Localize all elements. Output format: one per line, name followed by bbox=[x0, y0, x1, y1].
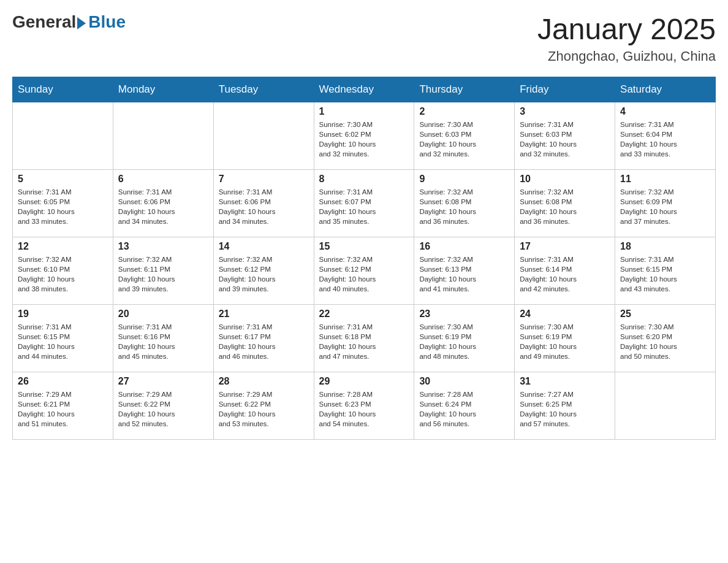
calendar-week-2: 5Sunrise: 7:31 AM Sunset: 6:05 PM Daylig… bbox=[13, 170, 716, 237]
day-number: 24 bbox=[520, 308, 610, 320]
calendar-cell: 2Sunrise: 7:30 AM Sunset: 6:03 PM Daylig… bbox=[414, 102, 515, 170]
calendar-table: SundayMondayTuesdayWednesdayThursdayFrid… bbox=[12, 77, 716, 440]
day-info: Sunrise: 7:31 AM Sunset: 6:14 PM Dayligh… bbox=[520, 255, 610, 294]
day-info: Sunrise: 7:29 AM Sunset: 6:22 PM Dayligh… bbox=[118, 389, 208, 429]
day-info: Sunrise: 7:31 AM Sunset: 6:15 PM Dayligh… bbox=[18, 322, 108, 361]
calendar-cell: 19Sunrise: 7:31 AM Sunset: 6:15 PM Dayli… bbox=[13, 305, 113, 372]
calendar-cell: 17Sunrise: 7:31 AM Sunset: 6:14 PM Dayli… bbox=[515, 237, 615, 305]
calendar-header-saturday: Saturday bbox=[615, 77, 716, 102]
day-number: 14 bbox=[219, 241, 309, 252]
calendar-header-monday: Monday bbox=[113, 77, 213, 102]
day-number: 26 bbox=[18, 376, 108, 387]
day-info: Sunrise: 7:30 AM Sunset: 6:19 PM Dayligh… bbox=[419, 322, 509, 361]
day-info: Sunrise: 7:28 AM Sunset: 6:23 PM Dayligh… bbox=[319, 389, 409, 429]
day-number: 9 bbox=[419, 174, 509, 185]
calendar-cell: 28Sunrise: 7:29 AM Sunset: 6:22 PM Dayli… bbox=[213, 372, 314, 440]
calendar-cell: 6Sunrise: 7:31 AM Sunset: 6:06 PM Daylig… bbox=[113, 170, 213, 237]
day-number: 13 bbox=[118, 241, 208, 252]
calendar-cell bbox=[615, 372, 716, 440]
calendar-week-3: 12Sunrise: 7:32 AM Sunset: 6:10 PM Dayli… bbox=[13, 237, 716, 305]
calendar-header-row: SundayMondayTuesdayWednesdayThursdayFrid… bbox=[13, 77, 716, 102]
location: Zhongchao, Guizhou, China bbox=[537, 48, 716, 64]
day-info: Sunrise: 7:29 AM Sunset: 6:22 PM Dayligh… bbox=[219, 389, 309, 429]
calendar-header-tuesday: Tuesday bbox=[213, 77, 314, 102]
calendar-cell: 8Sunrise: 7:31 AM Sunset: 6:07 PM Daylig… bbox=[314, 170, 414, 237]
day-info: Sunrise: 7:31 AM Sunset: 6:06 PM Dayligh… bbox=[118, 187, 208, 226]
logo-general-text: General bbox=[12, 12, 76, 32]
day-info: Sunrise: 7:27 AM Sunset: 6:25 PM Dayligh… bbox=[520, 389, 610, 429]
day-info: Sunrise: 7:31 AM Sunset: 6:04 PM Dayligh… bbox=[620, 120, 710, 159]
calendar-cell: 15Sunrise: 7:32 AM Sunset: 6:12 PM Dayli… bbox=[314, 237, 414, 305]
day-number: 2 bbox=[419, 106, 509, 117]
calendar-cell: 20Sunrise: 7:31 AM Sunset: 6:16 PM Dayli… bbox=[113, 305, 213, 372]
calendar-cell: 27Sunrise: 7:29 AM Sunset: 6:22 PM Dayli… bbox=[113, 372, 213, 440]
day-number: 23 bbox=[419, 308, 509, 320]
logo-arrow-icon bbox=[77, 17, 86, 29]
calendar-cell bbox=[13, 102, 113, 170]
day-number: 29 bbox=[319, 376, 409, 387]
calendar-cell: 21Sunrise: 7:31 AM Sunset: 6:17 PM Dayli… bbox=[213, 305, 314, 372]
day-number: 5 bbox=[18, 174, 108, 185]
day-number: 7 bbox=[219, 174, 309, 185]
page-header: General Blue January 2025 Zhongchao, Gui… bbox=[12, 12, 716, 64]
day-info: Sunrise: 7:31 AM Sunset: 6:18 PM Dayligh… bbox=[319, 322, 409, 361]
title-section: January 2025 Zhongchao, Guizhou, China bbox=[537, 12, 716, 64]
day-info: Sunrise: 7:30 AM Sunset: 6:02 PM Dayligh… bbox=[319, 120, 409, 159]
calendar-cell bbox=[213, 102, 314, 170]
day-info: Sunrise: 7:32 AM Sunset: 6:10 PM Dayligh… bbox=[18, 255, 108, 294]
calendar-header-thursday: Thursday bbox=[414, 77, 515, 102]
calendar-cell: 5Sunrise: 7:31 AM Sunset: 6:05 PM Daylig… bbox=[13, 170, 113, 237]
day-info: Sunrise: 7:30 AM Sunset: 6:20 PM Dayligh… bbox=[620, 322, 710, 361]
day-number: 10 bbox=[520, 174, 610, 185]
calendar-cell: 26Sunrise: 7:29 AM Sunset: 6:21 PM Dayli… bbox=[13, 372, 113, 440]
calendar-cell: 30Sunrise: 7:28 AM Sunset: 6:24 PM Dayli… bbox=[414, 372, 515, 440]
calendar-cell: 7Sunrise: 7:31 AM Sunset: 6:06 PM Daylig… bbox=[213, 170, 314, 237]
day-number: 1 bbox=[319, 106, 409, 117]
calendar-cell: 25Sunrise: 7:30 AM Sunset: 6:20 PM Dayli… bbox=[615, 305, 716, 372]
calendar-header-wednesday: Wednesday bbox=[314, 77, 414, 102]
day-info: Sunrise: 7:32 AM Sunset: 6:08 PM Dayligh… bbox=[419, 187, 509, 226]
calendar-header-friday: Friday bbox=[515, 77, 615, 102]
day-number: 8 bbox=[319, 174, 409, 185]
day-number: 15 bbox=[319, 241, 409, 252]
day-number: 17 bbox=[520, 241, 610, 252]
day-info: Sunrise: 7:29 AM Sunset: 6:21 PM Dayligh… bbox=[18, 389, 108, 429]
calendar-cell: 22Sunrise: 7:31 AM Sunset: 6:18 PM Dayli… bbox=[314, 305, 414, 372]
day-number: 12 bbox=[18, 241, 108, 252]
calendar-cell: 4Sunrise: 7:31 AM Sunset: 6:04 PM Daylig… bbox=[615, 102, 716, 170]
month-title: January 2025 bbox=[537, 12, 716, 46]
calendar-cell: 3Sunrise: 7:31 AM Sunset: 6:03 PM Daylig… bbox=[515, 102, 615, 170]
calendar-cell: 24Sunrise: 7:30 AM Sunset: 6:19 PM Dayli… bbox=[515, 305, 615, 372]
day-number: 22 bbox=[319, 308, 409, 320]
calendar-week-4: 19Sunrise: 7:31 AM Sunset: 6:15 PM Dayli… bbox=[13, 305, 716, 372]
day-info: Sunrise: 7:32 AM Sunset: 6:09 PM Dayligh… bbox=[620, 187, 710, 226]
day-info: Sunrise: 7:31 AM Sunset: 6:06 PM Dayligh… bbox=[219, 187, 309, 226]
day-info: Sunrise: 7:32 AM Sunset: 6:12 PM Dayligh… bbox=[319, 255, 409, 294]
calendar-cell: 11Sunrise: 7:32 AM Sunset: 6:09 PM Dayli… bbox=[615, 170, 716, 237]
day-number: 6 bbox=[118, 174, 208, 185]
calendar-cell: 9Sunrise: 7:32 AM Sunset: 6:08 PM Daylig… bbox=[414, 170, 515, 237]
logo: General Blue bbox=[12, 12, 126, 32]
calendar-cell: 10Sunrise: 7:32 AM Sunset: 6:08 PM Dayli… bbox=[515, 170, 615, 237]
day-info: Sunrise: 7:31 AM Sunset: 6:15 PM Dayligh… bbox=[620, 255, 710, 294]
calendar-cell: 23Sunrise: 7:30 AM Sunset: 6:19 PM Dayli… bbox=[414, 305, 515, 372]
day-number: 19 bbox=[18, 308, 108, 320]
day-number: 18 bbox=[620, 241, 710, 252]
day-number: 28 bbox=[219, 376, 309, 387]
day-number: 16 bbox=[419, 241, 509, 252]
calendar-cell bbox=[113, 102, 213, 170]
day-info: Sunrise: 7:32 AM Sunset: 6:11 PM Dayligh… bbox=[118, 255, 208, 294]
calendar-cell: 13Sunrise: 7:32 AM Sunset: 6:11 PM Dayli… bbox=[113, 237, 213, 305]
day-number: 31 bbox=[520, 376, 610, 387]
calendar-header-sunday: Sunday bbox=[13, 77, 113, 102]
calendar-cell: 14Sunrise: 7:32 AM Sunset: 6:12 PM Dayli… bbox=[213, 237, 314, 305]
calendar-cell: 16Sunrise: 7:32 AM Sunset: 6:13 PM Dayli… bbox=[414, 237, 515, 305]
day-number: 27 bbox=[118, 376, 208, 387]
day-info: Sunrise: 7:31 AM Sunset: 6:07 PM Dayligh… bbox=[319, 187, 409, 226]
calendar-week-1: 1Sunrise: 7:30 AM Sunset: 6:02 PM Daylig… bbox=[13, 102, 716, 170]
day-number: 25 bbox=[620, 308, 710, 320]
calendar-week-5: 26Sunrise: 7:29 AM Sunset: 6:21 PM Dayli… bbox=[13, 372, 716, 440]
day-info: Sunrise: 7:31 AM Sunset: 6:16 PM Dayligh… bbox=[118, 322, 208, 361]
day-number: 21 bbox=[219, 308, 309, 320]
day-number: 11 bbox=[620, 174, 710, 185]
